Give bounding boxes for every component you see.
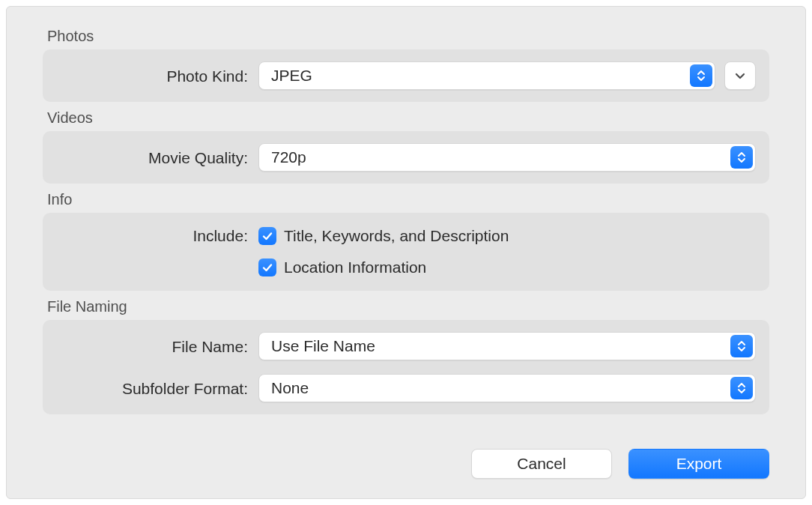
movie-quality-popup[interactable]: 720p [258, 143, 756, 172]
export-options-panel: Photos Photo Kind: JPEG [6, 6, 806, 499]
include-location-checkbox[interactable]: Location Information [258, 255, 426, 280]
file-naming-section-title: File Naming [47, 298, 769, 315]
include-location-label: Location Information [284, 258, 426, 276]
photo-kind-label: Photo Kind: [56, 68, 258, 84]
movie-quality-label: Movie Quality: [56, 150, 258, 166]
include-tkd-checkbox[interactable]: Title, Keywords, and Description [258, 223, 509, 249]
checkbox-checked-icon [258, 258, 276, 276]
photos-section-title: Photos [47, 28, 769, 45]
file-name-popup[interactable]: Use File Name [258, 332, 756, 360]
checkbox-checked-icon [258, 227, 276, 245]
file-naming-group: File Name: Use File Name Subfolder F [43, 320, 769, 414]
videos-section-title: Videos [47, 109, 769, 127]
subfolder-format-popup[interactable]: None [258, 374, 756, 402]
videos-group: Movie Quality: 720p [43, 131, 769, 184]
updown-icon [690, 64, 712, 87]
include-tkd-label: Title, Keywords, and Description [284, 227, 509, 245]
photos-group: Photo Kind: JPEG [43, 49, 769, 102]
chevron-down-icon [734, 70, 746, 82]
updown-icon [730, 146, 753, 169]
photo-kind-value: JPEG [259, 67, 324, 85]
export-button[interactable]: Export [628, 449, 769, 479]
photo-kind-popup[interactable]: JPEG [258, 61, 715, 90]
cancel-button[interactable]: Cancel [471, 449, 612, 479]
movie-quality-value: 720p [259, 148, 318, 166]
file-name-label: File Name: [56, 339, 258, 354]
subfolder-format-label: Subfolder Format: [56, 381, 258, 396]
dialog-button-row: Cancel Export [471, 449, 769, 479]
updown-icon [730, 377, 753, 399]
updown-icon [730, 335, 753, 357]
file-name-value: Use File Name [259, 337, 387, 355]
info-section-title: Info [47, 191, 769, 208]
info-group: Include: Title, Keywords, and Descriptio… [43, 213, 769, 291]
include-label: Include: [56, 223, 258, 244]
expand-options-button[interactable] [724, 61, 756, 90]
subfolder-format-value: None [259, 379, 321, 397]
